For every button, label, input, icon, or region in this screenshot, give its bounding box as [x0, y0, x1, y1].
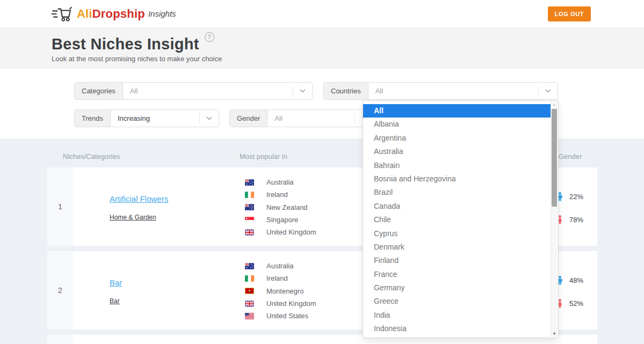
countries-filter-value: All — [368, 87, 538, 95]
country-name: United Kingdom — [266, 228, 316, 236]
brand-logo[interactable]: Ali Dropship Insights — [52, 6, 176, 22]
dropdown-option[interactable]: Finland — [363, 254, 551, 267]
country-item: New Zealand — [245, 201, 316, 214]
scroll-down-arrow-icon[interactable]: ▼ — [551, 332, 558, 335]
male-percent: 22% — [569, 193, 583, 201]
country-name: United States — [266, 312, 308, 320]
countries-filter-label: Countries — [324, 83, 368, 99]
column-header-niches: Niches/Categories — [63, 152, 120, 160]
dropdown-option[interactable]: Indonesia — [363, 322, 551, 335]
hero-section: Best Niches Insight? Look at the most pr… — [0, 28, 644, 69]
dropdown-option[interactable]: Australia — [363, 145, 551, 158]
dropdown-option[interactable]: Germany — [363, 281, 551, 295]
trends-filter-value: Increasing — [111, 114, 199, 122]
logout-button[interactable]: LOG OUT — [548, 6, 591, 21]
flag-icon-nz — [245, 204, 254, 210]
dropdown-option[interactable]: Cyprus — [363, 227, 551, 240]
country-item: Australia — [245, 260, 316, 272]
column-header-gender: Gender — [559, 152, 582, 160]
dropdown-option[interactable]: Greece — [363, 295, 551, 308]
flag-icon-us — [245, 313, 254, 319]
countries-dropdown-list: AllAlbaniaArgentinaAustraliaBahrainBosni… — [363, 104, 551, 336]
popular-countries: AustraliaIrelandNew ZealandSingaporeUnit… — [245, 176, 316, 238]
brand-insights: Insights — [148, 9, 176, 18]
country-name: Montenegro — [266, 287, 303, 295]
dropdown-option[interactable]: Bosnia and Herzegovina — [363, 172, 551, 186]
row-rank: 2 — [47, 251, 73, 330]
male-percent: 48% — [569, 276, 583, 284]
brand-ali: Ali — [77, 7, 92, 21]
dropdown-option[interactable]: Bahrain — [363, 159, 551, 172]
country-item: United Kingdom — [245, 226, 316, 238]
page-subtitle: Look at the most promising niches to mak… — [52, 55, 222, 63]
dropdown-option[interactable]: Denmark — [363, 240, 551, 254]
row-rank — [47, 335, 73, 344]
country-name: New Zealand — [266, 203, 308, 211]
cart-icon — [52, 6, 72, 22]
flag-icon-gb — [245, 229, 254, 236]
dropdown-option[interactable]: France — [363, 268, 551, 281]
countries-dropdown: AllAlbaniaArgentinaAustraliaBahrainBosni… — [363, 100, 559, 338]
country-name: Ireland — [266, 274, 288, 282]
dropdown-option[interactable]: India — [363, 309, 551, 322]
country-item: United Kingdom — [245, 297, 316, 310]
country-item: Ireland — [245, 188, 316, 201]
page-title-text: Best Niches Insight — [52, 35, 199, 53]
top-bar: Ali Dropship Insights LOG OUT — [0, 0, 644, 28]
dropdown-option[interactable]: Albania — [363, 118, 551, 131]
dropdown-option[interactable]: Argentina — [363, 131, 551, 145]
country-name: Ireland — [266, 191, 288, 199]
dropdown-option[interactable]: All — [363, 104, 551, 118]
category-link[interactable]: Bar — [110, 297, 120, 305]
country-name: Australia — [266, 178, 294, 186]
country-item: Ireland — [245, 272, 316, 284]
dropdown-option[interactable]: Brazil — [363, 186, 551, 199]
country-name: Singapore — [266, 216, 298, 224]
row-rank: 1 — [47, 167, 73, 246]
chevron-down-icon[interactable] — [538, 86, 558, 96]
scroll-up-arrow-icon[interactable]: ▲ — [551, 103, 558, 106]
flag-icon-ie — [245, 275, 254, 282]
country-item: Singapore — [245, 214, 316, 226]
gender-filter[interactable]: Gender All — [229, 109, 374, 127]
brand-dropship: Dropship — [92, 7, 145, 21]
category-link[interactable]: Home & Garden — [110, 214, 156, 221]
country-name: United Kingdom — [266, 299, 316, 308]
dropdown-option[interactable]: Chile — [363, 213, 551, 226]
help-icon[interactable]: ? — [205, 32, 214, 42]
country-item: United States — [245, 310, 316, 322]
flag-icon-au — [245, 179, 254, 186]
female-percent: 52% — [569, 299, 583, 308]
categories-filter-label: Categories — [75, 83, 123, 99]
page-title: Best Niches Insight? — [52, 35, 214, 53]
trends-filter-label: Trends — [75, 110, 111, 127]
trends-filter[interactable]: Trends Increasing — [74, 109, 219, 127]
flag-icon-ie — [245, 192, 254, 198]
dropdown-option[interactable]: Canada — [363, 200, 551, 213]
flag-icon-au — [245, 263, 254, 269]
niche-link[interactable]: Artificial Flowers — [110, 194, 168, 203]
chevron-down-icon[interactable] — [199, 113, 219, 123]
niche-link[interactable]: Bar — [110, 278, 122, 287]
female-percent: 78% — [569, 216, 583, 224]
categories-filter[interactable]: Categories All — [74, 82, 313, 100]
gender-filter-label: Gender — [230, 110, 267, 127]
scroll-thumb[interactable] — [552, 109, 557, 207]
countries-filter[interactable]: Countries All — [323, 82, 558, 100]
flag-icon-sg — [245, 217, 254, 223]
popular-countries: AustraliaIrelandMontenegroUnited Kingdom… — [245, 260, 316, 322]
categories-filter-value: All — [123, 87, 293, 95]
country-name: Australia — [266, 262, 294, 270]
flag-icon-gb — [245, 301, 254, 307]
dropdown-scrollbar[interactable]: ▲ ▼ — [551, 101, 558, 337]
chevron-down-icon[interactable] — [293, 86, 312, 96]
column-header-popular: Most popular in — [240, 152, 287, 160]
country-item: Australia — [245, 176, 316, 188]
country-item: Montenegro — [245, 285, 316, 297]
app-root: Ali Dropship Insights LOG OUT Best Niche… — [0, 0, 644, 344]
gender-filter-value: All — [267, 114, 354, 122]
flag-icon-me — [245, 288, 254, 294]
